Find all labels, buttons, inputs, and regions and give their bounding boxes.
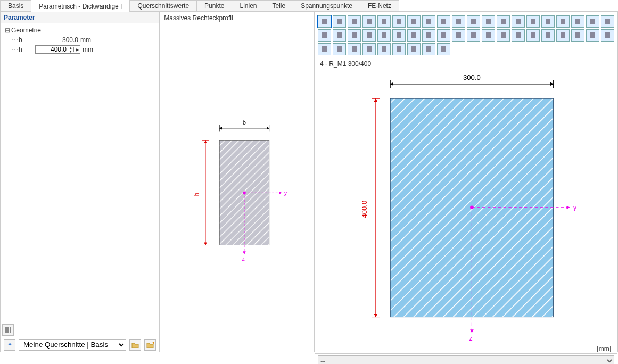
shape-icon: [410, 45, 418, 53]
shape-tile[interactable]: [571, 29, 584, 42]
preview-panel: 4 - R_M1 300/400 300.0 400.0: [315, 12, 618, 352]
shape-tile[interactable]: [556, 15, 570, 28]
tab-querschnittswerte[interactable]: Querschnittswerte: [129, 0, 197, 11]
svg-rect-38: [352, 32, 357, 38]
shape-tile[interactable]: [452, 29, 465, 42]
svg-rect-51: [546, 32, 550, 38]
shape-tile[interactable]: [333, 29, 346, 42]
shape-tile[interactable]: [452, 15, 465, 28]
section-selector[interactable]: Meine Querschnitte | Basis: [19, 339, 126, 351]
svg-rect-52: [561, 32, 565, 38]
shape-tile[interactable]: [333, 15, 346, 28]
svg-rect-17: [337, 19, 342, 24]
collapse-icon[interactable]: ⊟: [4, 27, 11, 34]
shape-tile[interactable]: [512, 29, 525, 42]
shape-tile[interactable]: [377, 29, 391, 42]
param-value-b[interactable]: 300.0: [32, 36, 80, 44]
shape-tile[interactable]: [437, 29, 450, 42]
svg-rect-22: [411, 19, 416, 24]
shape-tile[interactable]: [586, 15, 599, 28]
param-value-h-spinner[interactable]: ▴ ▾ ▶: [35, 45, 80, 54]
shape-tile[interactable]: [318, 29, 331, 42]
svg-rect-48: [501, 32, 506, 38]
shape-tile[interactable]: [497, 29, 510, 42]
library-button[interactable]: [2, 324, 14, 336]
spinner-down-icon[interactable]: ▾: [68, 49, 73, 53]
tab-fe-netz[interactable]: FE-Netz: [360, 0, 399, 11]
tab-teile[interactable]: Teile: [265, 0, 294, 11]
favorite-button[interactable]: ✦: [4, 339, 15, 351]
shape-tile[interactable]: [348, 15, 361, 28]
param-value-h-input[interactable]: [36, 46, 68, 53]
svg-rect-16: [322, 19, 327, 24]
shape-tile[interactable]: [467, 29, 480, 42]
shape-tile[interactable]: [482, 15, 495, 28]
open-button[interactable]: [129, 339, 141, 351]
shape-icon: [440, 31, 448, 39]
shape-tile[interactable]: [333, 43, 346, 55]
shape-tile[interactable]: [437, 15, 450, 28]
tab-linien[interactable]: Linien: [232, 0, 265, 11]
svg-text:✦: ✦: [152, 342, 154, 345]
shape-palette: [315, 12, 617, 59]
shape-tile[interactable]: [541, 15, 555, 28]
shape-tile[interactable]: [482, 29, 495, 42]
shape-tile[interactable]: [601, 29, 614, 42]
shape-tile[interactable]: [526, 29, 540, 42]
shape-tile[interactable]: [422, 15, 435, 28]
shape-tile[interactable]: [571, 15, 584, 28]
shape-tile[interactable]: [407, 29, 421, 42]
tab-punkte[interactable]: Punkte: [196, 0, 232, 11]
shape-tile[interactable]: [422, 43, 435, 55]
shape-tile[interactable]: [362, 43, 376, 55]
svg-rect-1: [7, 327, 9, 333]
tab-basis[interactable]: Basis: [0, 0, 31, 11]
folder-new-icon: ✦: [146, 342, 154, 348]
svg-rect-64: [441, 46, 446, 52]
shape-tile[interactable]: [512, 15, 525, 28]
svg-rect-28: [501, 19, 506, 24]
preview-y-label: y: [573, 203, 577, 211]
preview-unit-label: [mm]: [315, 344, 617, 353]
shape-tile[interactable]: [467, 15, 480, 28]
shape-icon: [380, 31, 388, 39]
shape-tile[interactable]: [422, 29, 435, 42]
shape-icon: [350, 45, 358, 53]
shape-icon: [484, 31, 492, 39]
shape-tile[interactable]: [526, 15, 540, 28]
shape-tile[interactable]: [407, 43, 421, 55]
shape-tile[interactable]: [407, 15, 421, 28]
shape-tile[interactable]: [437, 43, 450, 55]
spinner-play-icon[interactable]: ▶: [73, 47, 80, 52]
shape-tile[interactable]: [556, 29, 570, 42]
shape-icon: [529, 31, 537, 39]
shape-tile[interactable]: [392, 43, 406, 55]
geometry-node[interactable]: ⊟ Geometrie: [4, 26, 156, 35]
svg-rect-26: [471, 19, 476, 24]
spinner-up-icon[interactable]: ▴: [68, 46, 73, 49]
shape-tile[interactable]: [318, 15, 331, 28]
schematic-h-label: h: [193, 193, 200, 196]
shape-tile[interactable]: [362, 29, 376, 42]
param-row-h: ⋯ h ▴ ▾ ▶ mm: [4, 45, 156, 54]
svg-rect-36: [322, 32, 327, 38]
shape-icon: [455, 18, 463, 26]
shape-tile[interactable]: [377, 43, 391, 55]
shape-tile[interactable]: [348, 29, 361, 42]
shape-tile[interactable]: [601, 15, 614, 28]
shape-tile[interactable]: [392, 15, 406, 28]
svg-rect-53: [575, 32, 580, 38]
shape-tile[interactable]: [362, 15, 376, 28]
shape-tile[interactable]: [377, 15, 391, 28]
shape-tile[interactable]: [586, 29, 599, 42]
svg-rect-40: [382, 32, 386, 38]
tab-spannungspunkte[interactable]: Spannungspunkte: [293, 0, 360, 11]
shape-tile[interactable]: [318, 43, 331, 55]
result-selector[interactable]: --: [318, 355, 614, 364]
shape-tile[interactable]: [392, 29, 406, 42]
shape-tile[interactable]: [348, 43, 361, 55]
new-button[interactable]: ✦: [144, 339, 156, 351]
shape-tile[interactable]: [541, 29, 555, 42]
shape-tile[interactable]: [497, 15, 510, 28]
tab-parametrisch[interactable]: Parametrisch - Dickwandige I: [31, 1, 130, 12]
